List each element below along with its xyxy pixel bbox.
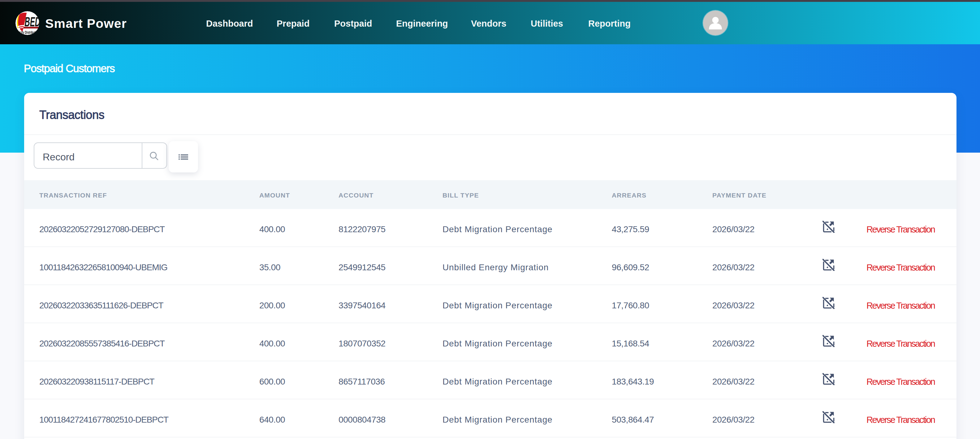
svg-text:BED: BED [24, 14, 39, 29]
svg-text:ctricity Distributio: ctricity Distributio [16, 30, 38, 34]
